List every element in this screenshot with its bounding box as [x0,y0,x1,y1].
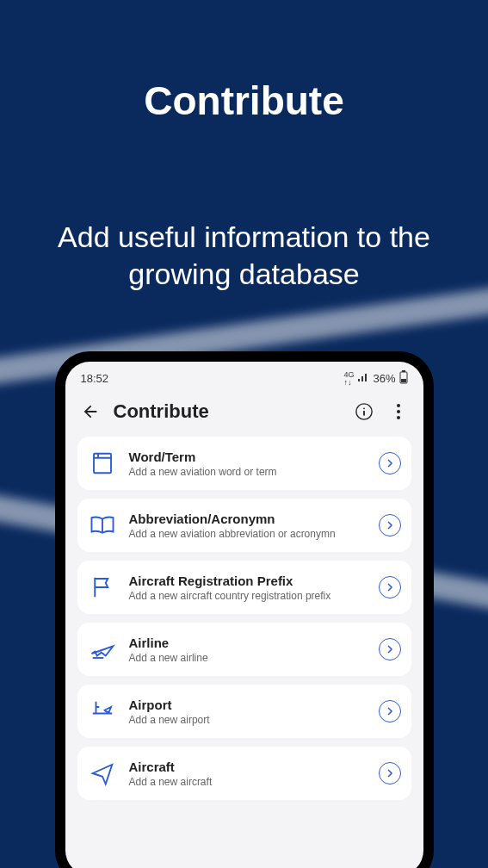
list-item-subtitle: Add a new aviation word or term [129,466,367,478]
list-item-subtitle: Add a new aircraft [129,776,367,788]
list-item-subtitle: Add a new airport [129,714,367,726]
list-item[interactable]: Aircraft Registration PrefixAdd a new ai… [77,561,411,614]
list-item-title: Aircraft Registration Prefix [129,574,367,588]
chevron-right-icon [379,452,401,474]
contribute-list: Word/TermAdd a new aviation word or term… [65,437,423,800]
hero-title: Contribute [0,0,488,124]
appbar-title: Contribute [114,400,341,423]
svg-rect-6 [94,454,111,474]
list-item-body: Aircraft Registration PrefixAdd a new ai… [129,574,367,602]
list-item-body: AircraftAdd a new aircraft [129,760,367,788]
list-item[interactable]: AircraftAdd a new aircraft [77,747,411,800]
statusbar-network-icon: 4G↑↓ [343,371,354,387]
list-item[interactable]: Abbreviation/AcronymnAdd a new aviation … [77,499,411,552]
airport-icon [88,697,117,726]
list-item-subtitle: Add a new aircraft country registration … [129,590,367,602]
chevron-right-icon [379,576,401,598]
chevron-right-icon [379,762,401,784]
statusbar-right: 4G↑↓ 36% [343,370,407,387]
list-item-title: Abbreviation/Acronymn [129,512,367,526]
statusbar-time: 18:52 [81,372,109,385]
chevron-right-icon [379,638,401,660]
list-item-title: Airport [129,698,367,712]
svg-rect-2 [401,379,406,382]
list-item[interactable]: Word/TermAdd a new aviation word or term [77,437,411,490]
aircraft-icon [88,759,117,788]
flag-icon [88,573,117,602]
back-button[interactable] [79,400,102,423]
list-item-title: Word/Term [129,450,367,464]
airline-icon [88,635,117,664]
list-item-body: Abbreviation/AcronymnAdd a new aviation … [129,512,367,540]
list-item-subtitle: Add a new aviation abbreviation or acron… [129,528,367,540]
chevron-right-icon [379,514,401,536]
phone-frame: 18:52 4G↑↓ 36% Contribute [55,351,434,868]
list-item-subtitle: Add a new airline [129,652,367,664]
list-item-title: Airline [129,636,367,650]
svg-rect-5 [363,411,365,416]
statusbar: 18:52 4G↑↓ 36% [65,362,423,390]
word-icon [88,449,117,478]
list-item-title: Aircraft [129,760,367,774]
hero-subtitle: Add useful information to the growing da… [0,124,488,292]
svg-rect-1 [402,370,405,372]
list-item-body: AirlineAdd a new airline [129,636,367,664]
book-icon [88,511,117,540]
more-button[interactable] [387,400,410,423]
phone-screen: 18:52 4G↑↓ 36% Contribute [65,362,423,868]
svg-point-4 [363,407,365,409]
list-item[interactable]: AirportAdd a new airport [77,685,411,738]
list-item-body: Word/TermAdd a new aviation word or term [129,450,367,478]
info-button[interactable] [353,400,375,423]
list-item[interactable]: AirlineAdd a new airline [77,623,411,676]
list-item-body: AirportAdd a new airport [129,698,367,726]
appbar: Contribute [65,390,423,437]
chevron-right-icon [379,700,401,722]
statusbar-battery: 36% [373,372,395,385]
statusbar-signal-icon [357,372,369,385]
statusbar-battery-icon [399,370,408,387]
